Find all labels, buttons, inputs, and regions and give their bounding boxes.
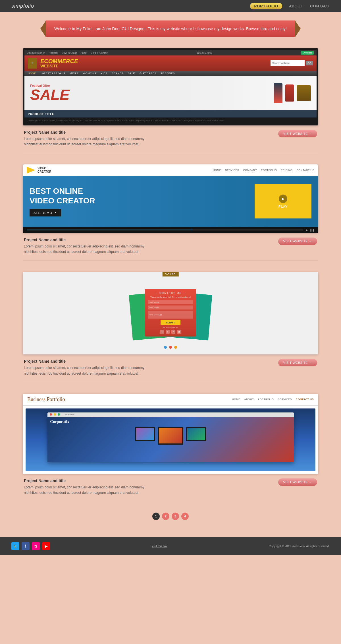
vcard-email-field[interactable]: Your Email (148, 306, 193, 309)
bizport-nav-home[interactable]: HOME (232, 398, 240, 401)
footer-twitter-icon[interactable]: 🐦 (11, 542, 19, 550)
ecom-nav-home[interactable]: HOME (28, 72, 36, 75)
video-controls: ▶ ❚❚ (306, 228, 314, 232)
video-top: VIDEO CREATOR HOME SERVICES COMPANY PORT… (23, 164, 318, 176)
page-btn-4[interactable]: 4 (181, 513, 189, 520)
footer-visit-link[interactable]: visit this bio (152, 545, 167, 548)
vcard-name-field[interactable]: Your Name (148, 300, 193, 304)
page-btn-2[interactable]: 2 (162, 513, 169, 520)
video-play-icon (27, 167, 35, 174)
video-player: ▶ PLAY (255, 184, 311, 218)
bizport-title: Business Portfolio (27, 397, 65, 403)
footer-flickr-icon[interactable]: ✿ (32, 542, 40, 550)
vcard-social-icons: t f r @ (148, 330, 193, 334)
site-logo[interactable]: simpfolio (11, 3, 34, 9)
video-nav-services[interactable]: SERVICES (225, 169, 239, 172)
bottle-icon (274, 83, 282, 103)
progress-fill (27, 230, 193, 230)
vcard-twitter-icon[interactable]: t (160, 330, 164, 334)
ecom-nav-freebies[interactable]: FREEBIES (161, 72, 175, 75)
ecom-logo-area: 🛒 ECOMMERCE WEBSITE (28, 58, 78, 69)
bizport-nav-contact[interactable]: CONTACT US (296, 398, 314, 401)
vcard-submit-btn[interactable]: SUBMIT (161, 320, 180, 325)
bizport-nav-about[interactable]: ABOUT (244, 398, 254, 401)
ecom-subtitle: WEBSITE (40, 64, 78, 68)
live-help[interactable]: Live Help (301, 51, 314, 55)
vcard-rss-icon[interactable]: r (171, 330, 175, 334)
ecom-nav-sale[interactable]: SALE (128, 72, 135, 75)
page-btn-1[interactable]: 1 (152, 513, 160, 520)
ecom-go-btn[interactable]: GO (306, 61, 313, 65)
nav-portfolio[interactable]: PORTFOLIO (250, 3, 282, 9)
main-nav: PORTFOLIO ABOUT CONTACT (250, 3, 330, 9)
divider-1 (23, 153, 318, 153)
video-nav-contact[interactable]: CONTACT US (296, 169, 314, 172)
ecom-hero: Festival Offer SALE (24, 76, 317, 110)
browser-max-btn[interactable] (58, 413, 60, 416)
vcard-facebook-icon[interactable]: f (166, 330, 170, 334)
bizport-screen: Corporatix Corporatix (23, 406, 318, 474)
video-logo-text: VIDEO CREATOR (38, 167, 51, 174)
play-button[interactable]: ▶ (279, 195, 287, 203)
project-1-text: Project Name and title Lorem ipsum dolor… (24, 130, 278, 147)
bizport-nav-portfolio[interactable]: PORTFOLIO (258, 398, 274, 401)
ecom-nav-brands[interactable]: BRANDS (112, 72, 124, 75)
project-4-text: Project Name and title Lorem ipsum dolor… (24, 478, 278, 496)
vcard-dots (164, 346, 177, 349)
vcard-social-text: Be in touch with me (148, 327, 193, 329)
ecom-phone: 123.456.7890 (197, 51, 212, 54)
ecom-nav-womens[interactable]: WOMEN'S (83, 72, 96, 75)
browser-min-btn[interactable] (54, 413, 56, 416)
browser-close-btn[interactable] (50, 413, 52, 416)
footer-social: 🐦 f ✿ ▶ (11, 542, 50, 550)
vcard-contact-title: → CONTACT ME ← (148, 292, 193, 294)
bizport-nav-services[interactable]: SERVICES (278, 398, 292, 401)
hero-text: Welcome to My Folio! I am John Doe, GUI … (54, 26, 287, 32)
nav-contact[interactable]: CONTACT (310, 4, 330, 8)
play-label: PLAY (278, 205, 288, 208)
project-3-info: Project Name and title Lorem ipsum dolor… (23, 359, 318, 376)
project-3-desc: Lorem ipsum dolor sit amet, consectetuer… (24, 365, 155, 376)
footer-facebook-icon[interactable]: f (22, 542, 30, 550)
project-card-1: Account Sign In | Register | Buyers Guid… (23, 48, 318, 153)
page-btn-3[interactable]: 3 (172, 513, 179, 520)
ecom-nav-arrivals[interactable]: LATEST ARRIVALS (41, 72, 65, 75)
nav-about[interactable]: ABOUT (289, 4, 303, 8)
vcard-dot-1[interactable] (164, 346, 167, 349)
monitor-screen-2 (159, 428, 182, 443)
ecom-logo-text: ECOMMERCE WEBSITE (40, 58, 78, 68)
bizport-header: Business Portfolio HOME ABOUT PORTFOLIO … (23, 394, 318, 406)
see-demo-btn[interactable]: SEE DEMO ▼ (30, 209, 61, 216)
video-hero-text: BEST ONLINEVIDEO CREATOR SEE DEMO ▼ (30, 186, 249, 216)
project-3-text: Project Name and title Lorem ipsum dolor… (24, 359, 278, 376)
pause-icon[interactable]: ▶ (306, 228, 308, 232)
bizport-monitors (50, 427, 291, 445)
video-nav-portfolio[interactable]: PORTFOLIO (261, 169, 277, 172)
monitor-screen-1 (136, 428, 154, 440)
vcard-dot-2[interactable] (169, 346, 172, 349)
ecom-nav-kids[interactable]: KIDS (101, 72, 107, 75)
ecom-nav-mens[interactable]: MEN'S (70, 72, 78, 75)
project-3-visit-btn[interactable]: VISIT WEBSITE → (278, 359, 317, 366)
project-1-visit-btn[interactable]: VISIT WEBSITE → (278, 130, 317, 137)
project-2-visit-btn[interactable]: VISIT WEBSITE → (278, 238, 317, 245)
vcard-email-icon[interactable]: @ (177, 330, 181, 334)
vcard-main-card: → CONTACT ME ← Thank you for your visit,… (145, 289, 196, 337)
vcard-cards-area: → CONTACT ME ← Thank you for your visit,… (114, 284, 227, 341)
video-nav-home[interactable]: HOME (213, 169, 221, 172)
video-nav-company[interactable]: COMPANY (243, 169, 257, 172)
monitor-3 (186, 427, 206, 441)
vcard-preview: VCARD → CONTACT ME ← Thank you for your … (23, 272, 318, 354)
vcard-message-field[interactable]: Your Message (148, 311, 193, 319)
ecom-nav: HOME LATEST ARRIVALS MEN'S WOMEN'S KIDS … (24, 71, 317, 76)
footer-youtube-icon[interactable]: ▶ (42, 542, 50, 550)
project-4-info: Project Name and title Lorem ipsum dolor… (23, 478, 318, 496)
stop-icon[interactable]: ❚❚ (310, 228, 314, 232)
ecom-search-input[interactable] (271, 60, 305, 66)
vcard-dot-3[interactable] (174, 346, 177, 349)
ecom-nav-gifts[interactable]: GIFT CARDS (140, 72, 156, 75)
vcard-inner: VCARD → CONTACT ME ← Thank you for your … (23, 272, 318, 354)
video-logo: VIDEO CREATOR (27, 167, 51, 174)
video-nav-pricing[interactable]: PRICING (281, 169, 292, 172)
project-4-visit-btn[interactable]: VISIT WEBSITE → (278, 478, 317, 486)
